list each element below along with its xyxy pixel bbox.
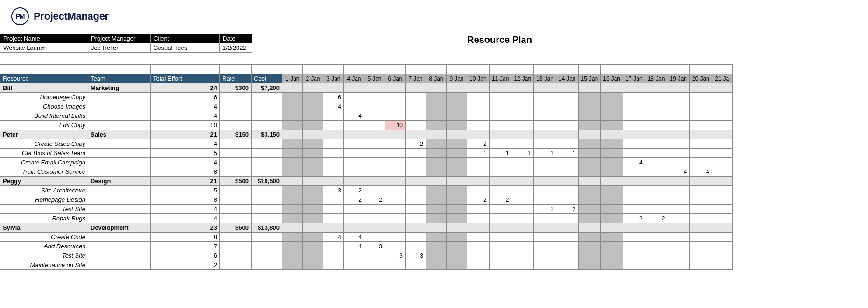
day-cell[interactable]: [323, 242, 344, 251]
day-cell[interactable]: 4: [323, 233, 344, 242]
day-cell[interactable]: [426, 139, 447, 149]
day-cell[interactable]: [556, 121, 578, 130]
day-cell[interactable]: [489, 167, 511, 177]
day-cell[interactable]: [323, 111, 344, 121]
day-cell[interactable]: [344, 83, 364, 93]
day-cell[interactable]: [364, 177, 385, 186]
day-cell[interactable]: 4: [323, 102, 344, 111]
day-cell[interactable]: [534, 102, 556, 111]
day-cell[interactable]: [534, 167, 556, 177]
task-cost[interactable]: [252, 93, 282, 102]
day-cell[interactable]: [406, 149, 426, 158]
meta-value-project-name[interactable]: Website Launch: [0, 43, 88, 53]
day-cell[interactable]: [556, 233, 578, 242]
day-cell[interactable]: [323, 121, 344, 130]
task-team[interactable]: [88, 158, 151, 167]
task-cost[interactable]: [252, 167, 282, 177]
day-cell[interactable]: [303, 139, 323, 149]
day-cell[interactable]: [712, 205, 732, 214]
day-cell[interactable]: [426, 195, 447, 205]
day-cell[interactable]: [303, 260, 323, 270]
task-name[interactable]: Add Resources: [0, 242, 88, 251]
day-cell[interactable]: [645, 223, 667, 233]
day-cell[interactable]: [667, 205, 690, 214]
day-cell[interactable]: [667, 260, 690, 270]
group-effort[interactable]: 21: [151, 130, 220, 139]
day-cell[interactable]: [511, 121, 534, 130]
day-cell[interactable]: [344, 93, 364, 102]
task-rate[interactable]: [220, 233, 252, 242]
day-cell[interactable]: [511, 83, 534, 93]
group-rate[interactable]: $600: [220, 223, 252, 233]
day-cell[interactable]: [712, 111, 732, 121]
day-cell[interactable]: 3: [385, 251, 406, 260]
day-cell[interactable]: [406, 214, 426, 223]
day-cell[interactable]: [303, 158, 323, 167]
day-cell[interactable]: [364, 111, 385, 121]
day-cell[interactable]: [511, 251, 534, 260]
day-cell[interactable]: [489, 214, 511, 223]
day-cell[interactable]: [667, 195, 690, 205]
day-cell[interactable]: 6: [323, 93, 344, 102]
day-cell[interactable]: [447, 93, 467, 102]
day-cell[interactable]: [578, 149, 601, 158]
day-cell[interactable]: [578, 242, 601, 251]
group-effort[interactable]: 21: [151, 177, 220, 186]
day-cell[interactable]: [511, 111, 534, 121]
day-cell[interactable]: [447, 242, 467, 251]
task-effort[interactable]: 8: [151, 195, 220, 205]
day-cell[interactable]: [712, 195, 732, 205]
task-rate[interactable]: [220, 242, 252, 251]
day-cell[interactable]: [447, 205, 467, 214]
day-cell[interactable]: [645, 242, 667, 251]
day-header[interactable]: 16-Jan: [601, 74, 623, 83]
day-cell[interactable]: [303, 93, 323, 102]
day-cell[interactable]: [323, 223, 344, 233]
day-cell[interactable]: [426, 93, 447, 102]
day-cell[interactable]: [690, 158, 712, 167]
day-cell[interactable]: [578, 223, 601, 233]
day-cell[interactable]: [364, 205, 385, 214]
day-cell[interactable]: [303, 177, 323, 186]
day-cell[interactable]: [578, 214, 601, 223]
day-cell[interactable]: [447, 214, 467, 223]
day-cell[interactable]: 2: [623, 214, 645, 223]
task-name[interactable]: Test Site: [0, 251, 88, 260]
day-cell[interactable]: 4: [344, 242, 364, 251]
day-cell[interactable]: [489, 205, 511, 214]
day-cell[interactable]: [511, 167, 534, 177]
day-cell[interactable]: [303, 242, 323, 251]
day-cell[interactable]: [426, 251, 447, 260]
day-cell[interactable]: [364, 260, 385, 270]
day-cell[interactable]: [712, 83, 732, 93]
day-cell[interactable]: [645, 121, 667, 130]
day-cell[interactable]: [323, 158, 344, 167]
day-cell[interactable]: [344, 149, 364, 158]
task-effort[interactable]: 6: [151, 251, 220, 260]
task-name[interactable]: Create Code: [0, 233, 88, 242]
col-header-cost[interactable]: Cost: [252, 74, 282, 83]
task-rate[interactable]: [220, 251, 252, 260]
task-name[interactable]: Repair Bugs: [0, 214, 88, 223]
task-cost[interactable]: [252, 111, 282, 121]
day-cell[interactable]: [282, 223, 303, 233]
day-cell[interactable]: [712, 102, 732, 111]
day-cell[interactable]: [667, 186, 690, 195]
group-effort[interactable]: 23: [151, 223, 220, 233]
day-cell[interactable]: [690, 93, 712, 102]
day-cell[interactable]: [467, 260, 490, 270]
day-cell[interactable]: [282, 121, 303, 130]
day-cell[interactable]: [467, 111, 490, 121]
day-cell[interactable]: [282, 130, 303, 139]
day-cell[interactable]: 2: [534, 205, 556, 214]
day-cell[interactable]: [282, 149, 303, 158]
task-effort[interactable]: 5: [151, 186, 220, 195]
day-cell[interactable]: [364, 158, 385, 167]
day-cell[interactable]: [282, 83, 303, 93]
day-cell[interactable]: [489, 130, 511, 139]
day-cell[interactable]: [406, 260, 426, 270]
day-cell[interactable]: [489, 186, 511, 195]
day-cell[interactable]: [426, 158, 447, 167]
day-cell[interactable]: [712, 93, 732, 102]
day-cell[interactable]: [667, 233, 690, 242]
